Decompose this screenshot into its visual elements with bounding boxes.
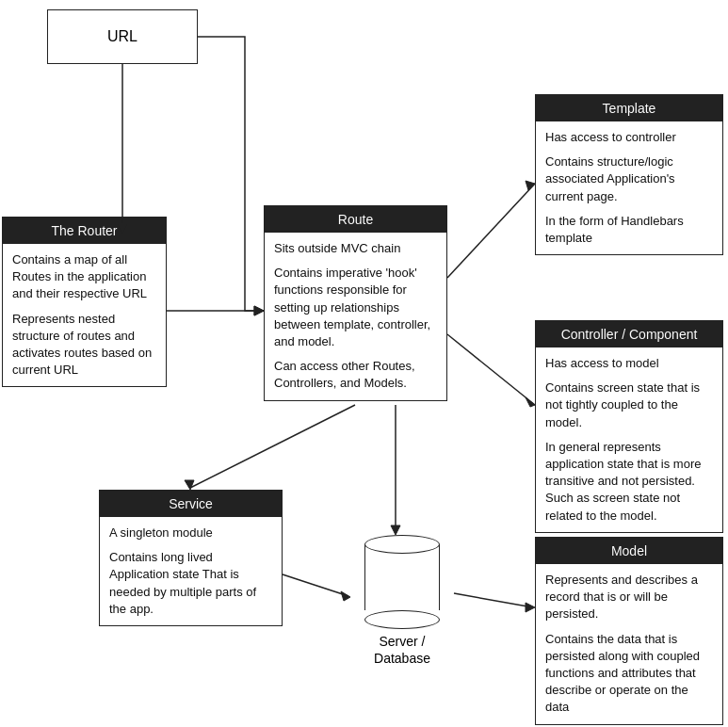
model-line2: Contains the data that is persisted alon… bbox=[545, 631, 713, 717]
url-label: URL bbox=[107, 28, 138, 45]
controller-line3: In general represents application state … bbox=[545, 439, 713, 525]
cylinder-top bbox=[364, 535, 440, 554]
svg-line-15 bbox=[454, 593, 533, 607]
svg-marker-2 bbox=[254, 306, 264, 315]
template-line2: Contains structure/logic associated Appl… bbox=[545, 153, 713, 205]
url-box: URL bbox=[47, 9, 198, 64]
cylinder-bottom bbox=[364, 610, 440, 629]
template-line3: In the form of Handlebars template bbox=[545, 213, 713, 247]
svg-marker-8 bbox=[526, 397, 535, 407]
svg-line-9 bbox=[190, 405, 355, 488]
cylinder-shape bbox=[364, 535, 440, 629]
route-line1: Sits outside MVC chain bbox=[274, 240, 437, 257]
model-content: Represents and describes a record that i… bbox=[536, 564, 722, 724]
svg-line-13 bbox=[283, 574, 348, 596]
model-box: Model Represents and describes a record … bbox=[535, 537, 723, 725]
service-line1: A singleton module bbox=[109, 525, 272, 541]
route-line3: Can access other Routes, Controllers, an… bbox=[274, 358, 437, 392]
template-title: Template bbox=[536, 95, 722, 121]
service-title: Service bbox=[100, 491, 282, 517]
controller-box: Controller / Component Has access to mod… bbox=[535, 320, 723, 533]
template-box: Template Has access to controller Contai… bbox=[535, 94, 723, 255]
template-line1: Has access to controller bbox=[545, 129, 713, 146]
model-line1: Represents and describes a record that i… bbox=[545, 572, 713, 623]
route-content: Sits outside MVC chain Contains imperati… bbox=[265, 233, 446, 400]
router-title: The Router bbox=[3, 218, 166, 244]
cylinder-body bbox=[364, 544, 440, 610]
router-line2: Represents nested structure of routes an… bbox=[12, 311, 156, 380]
svg-marker-4 bbox=[254, 306, 264, 315]
service-box: Service A singleton module Contains long… bbox=[99, 490, 283, 626]
svg-marker-16 bbox=[526, 603, 535, 612]
service-line2: Contains long lived Application state Th… bbox=[109, 549, 272, 618]
route-title: Route bbox=[265, 206, 446, 233]
controller-content: Has access to model Contains screen stat… bbox=[536, 347, 722, 532]
svg-marker-12 bbox=[391, 525, 400, 535]
svg-marker-10 bbox=[185, 480, 194, 490]
router-line1: Contains a map of all Routes in the appl… bbox=[12, 251, 156, 303]
controller-title: Controller / Component bbox=[536, 321, 722, 347]
server-label: Server /Database bbox=[374, 633, 430, 667]
server-database: Server /Database bbox=[350, 535, 454, 667]
template-content: Has access to controller Contains struct… bbox=[536, 121, 722, 254]
router-content: Contains a map of all Routes in the appl… bbox=[3, 244, 166, 386]
router-box: The Router Contains a map of all Routes … bbox=[2, 217, 167, 387]
model-title: Model bbox=[536, 538, 722, 564]
svg-marker-6 bbox=[526, 181, 535, 190]
svg-marker-14 bbox=[341, 591, 350, 601]
controller-line1: Has access to model bbox=[545, 355, 713, 372]
service-content: A singleton module Contains long lived A… bbox=[100, 517, 282, 625]
svg-line-7 bbox=[447, 334, 535, 405]
svg-line-5 bbox=[447, 184, 535, 278]
route-line2: Contains imperative 'hook' functions res… bbox=[274, 265, 437, 350]
controller-line2: Contains screen state that is not tightl… bbox=[545, 380, 713, 431]
route-box: Route Sits outside MVC chain Contains im… bbox=[264, 205, 447, 401]
